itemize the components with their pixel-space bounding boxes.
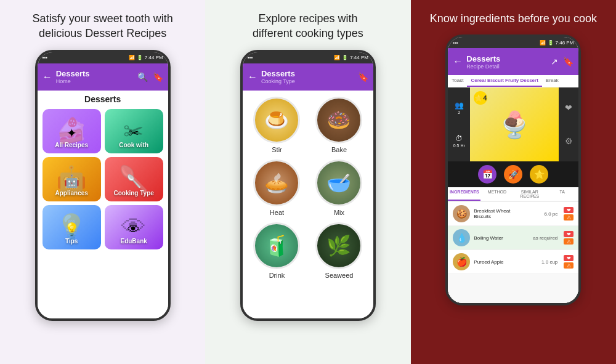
servings-icon: 👥	[455, 101, 464, 110]
menu-item-all-recipes[interactable]: 🍰 ✦ All Recipes	[43, 109, 101, 153]
tab-ingredients[interactable]: INGREDIENTS	[448, 187, 480, 201]
tab-ta[interactable]: TA	[546, 187, 578, 201]
wheat-biscuits-actions: ❤ ⚠	[564, 207, 573, 220]
heart-icon[interactable]: ❤	[565, 103, 572, 113]
menu-item-tips[interactable]: 💡 💡 Tips	[43, 205, 101, 249]
servings-info: 👥 2	[455, 101, 464, 115]
status-left-1: ▪▪▪	[43, 55, 48, 60]
star-icon: ⭐	[474, 94, 483, 102]
cooking-type-label: Cooking Type	[113, 190, 153, 196]
launch-action-button[interactable]: 🚀	[504, 165, 522, 184]
signal-icon: ▪▪▪	[43, 55, 48, 60]
recipe-right-actions: ❤ ⚙	[559, 87, 578, 161]
heat-image: 🥧	[253, 160, 300, 206]
menu-item-edubank[interactable]: 👁 👁 EduBank	[105, 205, 163, 249]
cooking-item-seaweed[interactable]: 🌿 Seaweed	[311, 222, 367, 279]
desserts-menu-grid: 🍰 ✦ All Recipes ✂ ✂ Cook with 🤖 🤖 Applia…	[38, 109, 168, 254]
ingredient-row-wheat-biscuits: 🍪 Breakfast Wheat Biscuits 6.0 pc ❤ ⚠	[448, 202, 578, 226]
status-bar-2: ▪▪▪ 📶 🔋 7:44 PM	[243, 52, 373, 63]
star-rating-badge: ⭐4	[474, 91, 487, 105]
recipe-side-info: 👥 2 ⏱ 0:5 Hr	[448, 87, 470, 161]
share-icon-3[interactable]: ↗	[551, 57, 558, 67]
tab-cereal-biscuit[interactable]: Cereal Biscuit Fruity Dessert	[467, 75, 541, 87]
cooking-item-bake[interactable]: 🍩 Bake	[311, 97, 367, 153]
recipe-detail-content: Toast Cereal Biscuit Fruity Dessert Brea…	[448, 75, 578, 303]
cook-with-icon: ✂	[129, 126, 139, 140]
boiling-water-actions: ❤ ⚠	[564, 231, 573, 245]
seaweed-image: 🌿	[315, 222, 362, 269]
boiling-water-icon: 💧	[453, 229, 470, 246]
app-title-1: Desserts	[56, 69, 134, 78]
star-action-button[interactable]: ⭐	[530, 165, 548, 184]
search-icon-1[interactable]: 🔍	[137, 72, 148, 82]
back-button-1[interactable]: ←	[43, 71, 52, 83]
desserts-screen-title: Desserts	[38, 91, 168, 109]
panel2-headline: Explore recipes with different cooking t…	[253, 11, 363, 41]
cooking-item-mix[interactable]: 🥣 Mix	[311, 160, 367, 216]
boiling-water-qty: as required	[533, 235, 557, 241]
phone-content-3: Toast Cereal Biscuit Fruity Dessert Brea…	[448, 75, 578, 303]
mix-label: Mix	[334, 209, 344, 216]
tab-method[interactable]: METHOD	[480, 187, 513, 201]
wifi-icon-3: 📶	[540, 40, 546, 46]
phone-2: ▪▪▪ 📶 🔋 7:44 PM ← Desserts Cooking Type …	[240, 50, 376, 321]
app-bar-1: ← Desserts Home 🔍 🔖	[38, 63, 168, 91]
edubank-icon: 👁	[128, 222, 140, 237]
menu-item-cook-with[interactable]: ✂ ✂ Cook with	[105, 109, 163, 153]
pureed-apple-actions: ❤ ⚠	[564, 255, 573, 269]
bookmark-icon-2[interactable]: 🔖	[358, 72, 368, 82]
calendar-icon: 📅	[482, 169, 493, 179]
bookmark-icon-1[interactable]: 🔖	[153, 72, 163, 82]
phone-1: ▪▪▪ 📶 🔋 7:44 PM ← Desserts Home 🔍 🔖 Dess…	[35, 50, 171, 321]
back-button-2[interactable]: ←	[248, 71, 257, 83]
recipe-nav-tabs: Toast Cereal Biscuit Fruity Dessert Brea…	[448, 75, 578, 87]
recipe-food-emoji: 🍨	[498, 110, 530, 140]
back-button-3[interactable]: ←	[453, 56, 463, 67]
appliances-icon: 🤖	[64, 174, 79, 188]
wheat-alert-button[interactable]: ⚠	[564, 214, 573, 220]
tab-similar-recipes[interactable]: SIMILAR RECIPES	[513, 187, 546, 201]
time-info: ⏱ 0:5 Hr	[453, 134, 465, 148]
tab-toast[interactable]: Toast	[448, 75, 467, 87]
star-value: 4	[483, 94, 487, 102]
status-bar-1: ▪▪▪ 📶 🔋 7:44 PM	[38, 52, 168, 63]
wheat-heart-button[interactable]: ❤	[564, 207, 573, 213]
apple-alert-button[interactable]: ⚠	[564, 262, 573, 269]
menu-item-cooking-type[interactable]: 🥄 🥄 Cooking Type	[105, 157, 163, 201]
signal-icon-2: ▪▪▪	[248, 55, 253, 60]
cook-with-label: Cook with	[119, 142, 148, 148]
app-subtitle-3: Recipe Detail	[466, 63, 547, 70]
app-subtitle-2: Cooking Type	[261, 78, 354, 84]
launch-icon: 🚀	[508, 169, 519, 179]
phone-3: ▪▪▪ 📶 🔋 7:46 PM ← Desserts Recipe Detail…	[445, 34, 581, 305]
pureed-apple-qty: 1.0 cup	[541, 259, 557, 265]
time-display-1: 7:44 PM	[145, 55, 163, 60]
cooking-item-stir[interactable]: 🍮 Stir	[249, 97, 305, 153]
water-heart-button[interactable]: ❤	[564, 231, 573, 237]
water-alert-button[interactable]: ⚠	[564, 238, 573, 245]
stir-label: Stir	[272, 146, 282, 153]
cooking-item-drink[interactable]: 🧃 Drink	[249, 222, 305, 279]
battery-icon-3: 🔋	[548, 40, 554, 46]
bookmark-icon-3[interactable]: 🔖	[563, 57, 573, 67]
app-bar-titles-1: Desserts Home	[56, 69, 134, 84]
appliances-label: Appliances	[55, 190, 87, 196]
tab-break[interactable]: Break	[542, 75, 562, 87]
app-title-3: Desserts	[466, 54, 547, 63]
panel3-headline: Know ingredients before you cook	[430, 11, 597, 26]
cooking-item-heat[interactable]: 🥧 Heat	[249, 160, 305, 216]
time-display-3: 7:46 PM	[556, 40, 574, 46]
tips-icon: 💡	[64, 222, 79, 237]
calendar-action-button[interactable]: 📅	[478, 165, 496, 184]
edubank-label: EduBank	[120, 238, 147, 245]
menu-item-appliances[interactable]: 🤖 🤖 Appliances	[43, 157, 101, 201]
app-bar-icons-1: 🔍 🔖	[137, 72, 163, 82]
heat-label: Heat	[270, 209, 284, 216]
servings-value: 2	[458, 110, 460, 115]
bake-label: Bake	[331, 146, 347, 153]
bake-image: 🍩	[315, 97, 362, 144]
settings-icon[interactable]: ⚙	[565, 136, 573, 146]
time-value: 0:5 Hr	[453, 144, 465, 148]
apple-heart-button[interactable]: ❤	[564, 255, 573, 261]
cooking-type-grid: 🍮 Stir 🍩 Bake 🥧 Heat 🥣 Mix 🧃 Drin	[243, 91, 373, 285]
